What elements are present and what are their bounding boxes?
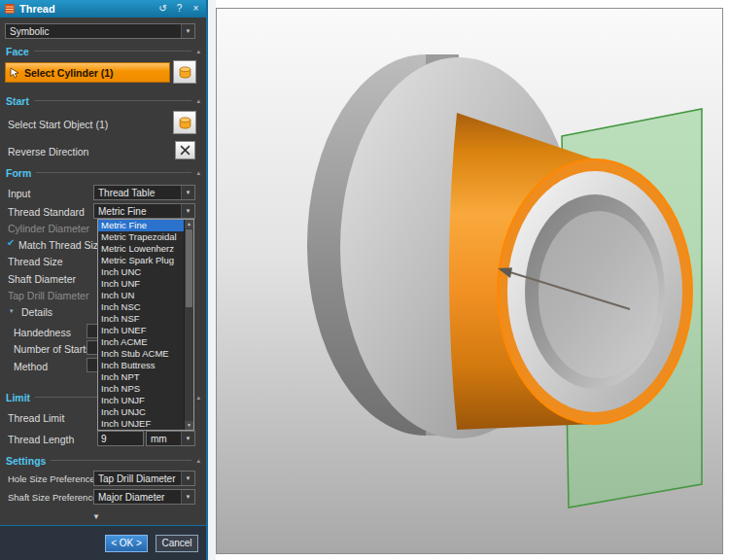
cylinder-collector-button[interactable]: [173, 60, 196, 84]
3d-canvas[interactable]: [217, 9, 722, 553]
reset-icon[interactable]: ↺: [156, 1, 169, 17]
settings-section-label: Settings: [6, 455, 46, 467]
form-section-header[interactable]: Form ▴: [0, 165, 206, 180]
select-start-object-label[interactable]: Select Start Object (1): [8, 119, 108, 130]
panel-resize-gutter[interactable]: [208, 0, 216, 560]
thread-standard-label: Thread Standard: [8, 206, 85, 218]
dropdown-option[interactable]: Inch UNJC: [98, 406, 193, 418]
dropdown-option[interactable]: Inch NPS: [98, 383, 193, 395]
thread-limit-label: Thread Limit: [8, 412, 64, 424]
reverse-direction-label: Reverse Direction: [8, 146, 88, 158]
dropdown-option[interactable]: Metric Lowenherz: [98, 243, 193, 255]
scrollbar-thumb[interactable]: [186, 229, 192, 307]
list-scrollbar[interactable]: ▲ ▼: [184, 220, 193, 430]
shaft-size-preference-label: Shaft Size Preference: [8, 492, 97, 503]
hole-size-preference-dropdown[interactable]: Tap Drill Diameter ▼: [93, 471, 195, 486]
thread-standard-dropdown[interactable]: Metric Fine ▼: [93, 203, 195, 219]
dialog-title: Thread: [19, 3, 153, 15]
dialog-titlebar: Thread ↺ ? ×: [0, 0, 206, 18]
shaft-size-value: Major Diameter: [94, 492, 181, 503]
dropdown-option[interactable]: Inch UNEF: [98, 325, 193, 336]
chevron-down-icon: ▼: [181, 472, 194, 485]
unit-value: mm: [147, 434, 181, 444]
dropdown-option[interactable]: Metric Spark Plug: [98, 255, 193, 266]
cylinder-end-face[interactable]: [498, 159, 692, 424]
thread-type-dropdown[interactable]: Symbolic ▼: [5, 23, 195, 39]
section-rule: [36, 172, 191, 173]
cylinder-icon: [178, 65, 192, 80]
shaft-diameter-label: Shaft Diameter: [8, 273, 76, 285]
input-value: Thread Table: [94, 188, 181, 198]
dropdown-option[interactable]: Inch Buttress: [98, 360, 193, 371]
start-section-label: Start: [6, 95, 29, 107]
section-collapse-icon: ▴: [196, 457, 200, 465]
section-collapse-icon: ▴: [196, 48, 200, 55]
dropdown-option[interactable]: Inch UNJEF: [98, 418, 193, 430]
shaft-size-preference-dropdown[interactable]: Major Diameter ▼: [93, 489, 195, 505]
chevron-down-icon: ▼: [181, 204, 194, 218]
cylinder-icon: [178, 116, 192, 130]
thread-length-input[interactable]: [97, 431, 144, 446]
thread-type-value: Symbolic: [6, 26, 181, 37]
ok-button[interactable]: < OK >: [105, 535, 148, 552]
thread-standard-dropdown-list: Metric Fine Metric Trapezoidal Metric Lo…: [97, 219, 194, 431]
dropdown-option[interactable]: Inch Stub ACME: [98, 348, 193, 360]
dropdown-option[interactable]: Inch UN: [98, 290, 193, 301]
help-icon[interactable]: ?: [173, 1, 186, 17]
hole-size-value: Tap Drill Diameter: [94, 473, 181, 484]
thread-dialog: Thread ↺ ? × Symbolic ▼ Face ▴ Select Cy…: [0, 0, 208, 560]
scroll-more-button[interactable]: ▼: [0, 511, 192, 523]
reverse-direction-button[interactable]: [175, 141, 195, 159]
input-dropdown[interactable]: Thread Table ▼: [93, 185, 195, 200]
scroll-up-icon[interactable]: ▲: [185, 220, 193, 228]
thread-dialog-icon: [4, 3, 16, 15]
dropdown-option[interactable]: Metric Fine: [98, 220, 193, 231]
close-icon[interactable]: ×: [190, 1, 202, 17]
face-section-label: Face: [6, 46, 29, 57]
dropdown-option[interactable]: Inch ACME: [98, 336, 193, 348]
nx-thread-app: Thread ↺ ? × Symbolic ▼ Face ▴ Select Cy…: [0, 0, 729, 560]
limit-section-label: Limit: [6, 392, 30, 403]
select-cylinder-label: Select Cylinder (1): [24, 67, 114, 79]
dropdown-option[interactable]: Inch UNC: [98, 266, 193, 278]
thread-length-label: Thread Length: [8, 434, 74, 445]
start-section-header[interactable]: Start ▴: [0, 93, 206, 108]
x-flip-icon: [180, 145, 191, 156]
section-collapse-icon: ▴: [196, 169, 200, 177]
dropdown-option[interactable]: Inch NSF: [98, 313, 193, 325]
dropdown-option[interactable]: Inch UNF: [98, 278, 193, 290]
dropdown-option[interactable]: Inch UNJF: [98, 395, 193, 406]
graphics-window[interactable]: [216, 8, 723, 554]
section-rule: [34, 100, 192, 101]
section-rule: [51, 460, 191, 461]
section-collapse-icon: ▴: [196, 97, 200, 105]
face-section-header[interactable]: Face ▴: [0, 44, 206, 58]
match-thread-checkbox[interactable]: ✔: [7, 237, 15, 248]
handedness-label: Handedness: [14, 327, 71, 338]
scroll-down-icon[interactable]: ▼: [185, 421, 193, 430]
thread-length-unit-dropdown[interactable]: mm ▼: [146, 431, 195, 446]
chevron-down-icon: ▼: [181, 490, 194, 504]
start-object-button[interactable]: [173, 111, 196, 134]
thread-standard-value: Metric Fine: [94, 206, 181, 217]
chevron-down-icon: ▼: [181, 186, 194, 199]
details-triangle-icon[interactable]: ▾: [10, 307, 14, 315]
match-thread-size-label: Match Thread Size to: [18, 239, 97, 251]
hole-size-preference-label: Hole Size Preference: [8, 473, 95, 484]
dropdown-option[interactable]: Inch NSC: [98, 301, 193, 313]
input-label: Input: [8, 188, 30, 199]
tap-drill-diameter-label: Tap Drill Diameter: [8, 290, 88, 301]
cancel-button[interactable]: Cancel: [156, 535, 198, 552]
details-toggle[interactable]: Details: [21, 306, 52, 318]
form-section-label: Form: [6, 167, 31, 179]
settings-section-header[interactable]: Settings ▴: [0, 453, 206, 468]
thread-size-label: Thread Size: [8, 256, 63, 267]
chevron-down-icon: ▼: [181, 24, 194, 38]
select-cylinder-row[interactable]: Select Cylinder (1): [5, 62, 170, 83]
section-rule: [34, 51, 192, 52]
dropdown-option[interactable]: Metric Trapezoidal: [98, 231, 193, 243]
cylinder-diameter-label: Cylinder Diameter: [8, 223, 89, 234]
dropdown-option[interactable]: Inch NPT: [98, 371, 193, 383]
dialog-button-bar: < OK > Cancel: [0, 525, 206, 560]
chevron-down-icon: ▼: [181, 432, 194, 445]
